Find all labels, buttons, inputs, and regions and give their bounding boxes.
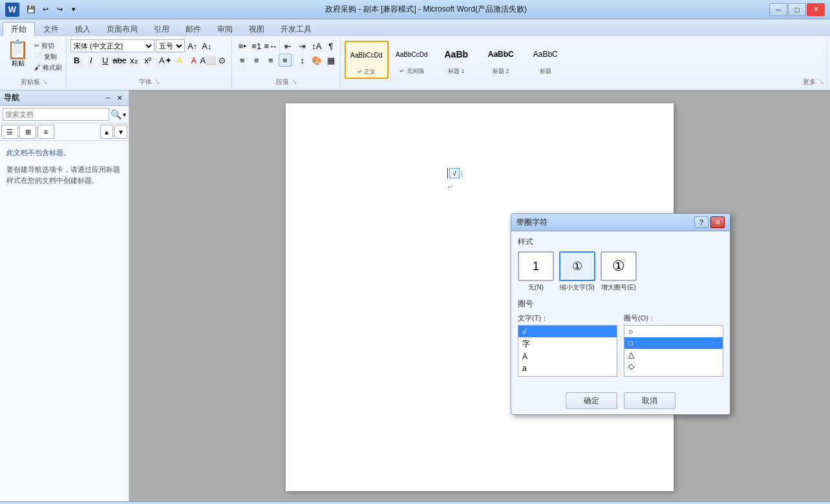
text-item-char[interactable]: 字 [518,337,617,351]
bold-button[interactable]: B [70,54,83,67]
tab-mail[interactable]: 邮件 [178,22,209,36]
tab-review[interactable]: 审阅 [209,22,240,36]
style-option-enlarge[interactable]: ① 增大圈号(E) [601,251,637,292]
style-shrink-label: 缩小文字(S) [560,283,594,292]
circle-listbox[interactable]: ○ □ △ ◇ [624,325,723,377]
style-options: 1 无(N) ① 缩小文字(S) ① 增大圈号(E) [518,251,723,292]
style-title-preview: AaBbC [527,43,564,66]
dialog-help-btn[interactable]: ? [694,216,708,228]
tab-page-layout[interactable]: 页面布局 [99,22,145,36]
nav-search-icon[interactable]: 🔍 [111,109,122,120]
nav-tab-headings[interactable]: ☰ [1,125,18,139]
tab-references[interactable]: 引用 [146,22,177,36]
nav-body: 此文档不包含标题。 要创建导航选项卡，请通过应用标题样式在您的文档中创建标题。 [0,141,129,193]
nav-close-btn[interactable]: ✕ [114,93,125,103]
style-normal[interactable]: AaBbCcDd ↵ 正文 [345,41,388,79]
tab-developer[interactable]: 开发工具 [273,22,319,36]
encircle-char-dialog[interactable]: 带圈字符 ? ✕ 样式 1 无(N) ① 缩小文字(S) [511,213,730,415]
font-shade-btn[interactable]: A⬜ [202,54,215,67]
paste-button[interactable]: 📋 粘贴 [5,39,30,73]
increase-indent-btn[interactable]: ⇥ [296,39,309,52]
circle-item-square[interactable]: □ [624,337,723,349]
align-right-btn[interactable]: ≡ [264,54,277,67]
text-listbox[interactable]: √ 字 A a ! [518,325,617,377]
bullets-btn[interactable]: ≡• [236,39,249,52]
encircle-btn[interactable]: ⊙ [216,54,229,67]
nav-view-tabs: ☰ ⊞ ≡ ▲ ▼ [0,123,129,141]
tab-home[interactable]: 开始 [3,22,35,36]
superscript-button[interactable]: x² [142,54,154,67]
nav-search-dropdown[interactable]: ▾ [123,111,126,118]
copy-button[interactable]: 📄 复制 [33,52,63,62]
text-item-checkmark[interactable]: √ [518,326,617,337]
italic-button[interactable]: I [85,54,98,67]
show-marks-btn[interactable]: ¶ [325,39,337,52]
strikethrough-button[interactable]: abc [113,54,126,67]
style-option-shrink[interactable]: ① 缩小文字(S) [559,251,595,292]
font-row1: 宋体 (中文正文) 五号 A↑ A↓ [70,39,229,52]
decrease-font-btn[interactable]: A↓ [200,39,213,52]
cancel-button[interactable]: 取消 [624,392,676,409]
style-section-label: 样式 [518,236,723,247]
shading-btn[interactable]: 🎨 [310,54,323,67]
redo-btn[interactable]: ↪ [53,3,66,16]
increase-font-btn[interactable]: A↑ [186,39,199,52]
style-heading1[interactable]: AaBb 标题 1 [435,41,478,79]
title-bar-left: W 💾 ↩ ↪ ▾ [5,3,83,17]
nav-pin-btn[interactable]: ─ [103,93,113,103]
line-spacing-btn[interactable]: ↕ [296,54,309,67]
format-painter-button[interactable]: 🖌 格式刷 [33,63,63,73]
style-none-label: 无(N) [528,283,544,292]
nav-tab-pages[interactable]: ⊞ [19,125,36,139]
style-heading2[interactable]: AaBbC 标题 2 [480,41,522,79]
sort-btn[interactable]: ↕A [310,39,323,52]
undo-btn[interactable]: ↩ [39,3,52,16]
circle-item-diamond[interactable]: ◇ [624,361,723,372]
style-option-none[interactable]: 1 无(N) [518,251,554,292]
text-item-a[interactable]: a [518,362,617,374]
circle-item-circle[interactable]: ○ [624,326,723,337]
subscript-button[interactable]: x₂ [127,54,140,67]
maximize-button[interactable]: □ [788,3,806,16]
style-no-spacing[interactable]: AaBbCcDd ↵ 无间隔 [390,41,433,79]
font-color-btn[interactable]: A [187,54,200,67]
decrease-indent-btn[interactable]: ⇤ [282,39,295,52]
cut-button[interactable]: ✂ 剪切 [33,41,63,51]
text-col: 文字(T)： √ 字 A a ! [518,313,617,377]
tab-file[interactable]: 文件 [36,22,67,36]
close-button[interactable]: ✕ [807,3,825,16]
tab-view[interactable]: 视图 [241,22,272,36]
nav-prev-btn[interactable]: ▲ [100,125,113,139]
border-btn[interactable]: ▦ [325,54,337,67]
nav-next-btn[interactable]: ▼ [114,125,127,139]
newline-marker: ↵ [447,183,463,191]
nav-search-input[interactable] [3,108,109,121]
align-center-btn[interactable]: ≡ [250,54,263,67]
nav-tab-results[interactable]: ≡ [37,125,54,139]
style-no-spacing-preview: AaBbCcDd [394,43,430,66]
font-size-select[interactable]: 五号 [156,39,185,52]
minimize-button[interactable]: ─ [769,3,787,16]
ok-button[interactable]: 确定 [566,392,617,409]
underline-button[interactable]: U [99,54,112,67]
circle-controls: 文字(T)： √ 字 A a ! 圈号(O)： ○ [518,313,723,377]
text-item-excl[interactable]: ! [518,374,617,377]
justify-btn[interactable]: ≡ [279,54,292,67]
text-effect-btn[interactable]: A✦ [159,54,172,67]
status-bar: https://blog.csdn.net/humi_sok [0,501,830,504]
dialog-body: 样式 1 无(N) ① 缩小文字(S) ① 增大圈号(E) [511,231,730,387]
circle-item-triangle[interactable]: △ [624,349,723,361]
save-btn[interactable]: 💾 [25,3,37,16]
align-left-btn[interactable]: ≡ [236,54,249,67]
numbering-btn[interactable]: ≡1 [250,39,263,52]
multilevel-btn[interactable]: ≡↔ [264,39,277,52]
style-title[interactable]: AaBbC 标题 [524,41,567,79]
text-item-A[interactable]: A [518,351,617,362]
tab-insert[interactable]: 插入 [67,22,98,36]
customize-btn[interactable]: ▾ [67,3,80,16]
highlight-btn[interactable]: A [173,54,186,67]
circle-section-label: 圈号 [518,299,723,310]
font-family-select[interactable]: 宋体 (中文正文) [70,39,154,52]
dialog-close-btn[interactable]: ✕ [710,216,725,228]
ribbon: 开始 文件 插入 页面布局 引用 邮件 审阅 视图 开发工具 📋 粘贴 ✂ 剪切… [0,19,830,90]
